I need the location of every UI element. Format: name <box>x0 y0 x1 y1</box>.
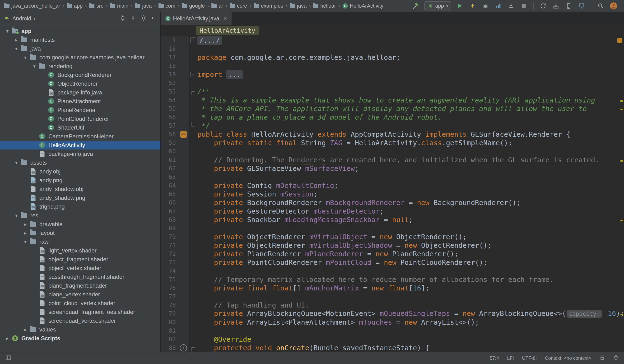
code-line-56[interactable]: 56 * tap on a plane to place a 3d model … <box>161 113 624 122</box>
breadcrumb-item-helloar[interactable]: helloar <box>313 3 336 9</box>
line-number[interactable]: 67 <box>161 207 178 215</box>
line-number[interactable]: 71 <box>161 241 178 250</box>
code-line-59[interactable]: 59 private static final String TAG = Hel… <box>161 139 624 147</box>
line-number[interactable]: 81 <box>161 327 178 335</box>
line-number[interactable]: 69 <box>161 224 178 233</box>
code-line-53[interactable]: 53/** <box>161 87 624 96</box>
tree-item-andy-obj[interactable]: andy.obj <box>0 167 160 176</box>
line-number[interactable]: 68 <box>161 215 178 224</box>
line-number[interactable]: 77 <box>161 292 178 301</box>
warning-stripe-mark[interactable] <box>621 220 623 221</box>
line-number[interactable]: 72 <box>161 250 178 258</box>
line-number[interactable]: 52 <box>161 79 178 87</box>
editor-tab-helloaractivity[interactable]: C HelloArActivity.java × <box>161 12 232 25</box>
code-line-67[interactable]: 67 private GestureDetector mGestureDetec… <box>161 207 624 215</box>
tree-item-layout[interactable]: ▸layout <box>0 229 160 237</box>
line-number[interactable]: 19 <box>161 70 178 79</box>
tree-item-objectrenderer[interactable]: CObjectRenderer <box>0 79 160 88</box>
code-line-77[interactable]: 77 <box>161 292 624 301</box>
tree-item-app[interactable]: ▾app <box>0 26 160 35</box>
tree-item-package-info-java[interactable]: package-info.java <box>0 150 160 158</box>
line-separator[interactable]: LF: <box>507 356 514 361</box>
stop-icon[interactable] <box>520 2 528 10</box>
line-number[interactable]: 16 <box>161 45 178 53</box>
line-number[interactable]: 60 <box>161 147 178 156</box>
code-line-57[interactable]: 57 */ <box>161 122 624 130</box>
expand-arrow-icon[interactable]: ▸ <box>22 230 29 236</box>
line-number[interactable]: 1 <box>161 36 178 45</box>
expand-arrow-icon[interactable]: ▸ <box>4 336 11 341</box>
breadcrumb-current-class[interactable]: HelloArActivity <box>196 26 259 35</box>
sync-project-icon[interactable] <box>539 2 547 10</box>
line-number[interactable]: 80 <box>161 318 178 327</box>
code-line-55[interactable]: 55 * the ARCore API. The application wil… <box>161 104 624 113</box>
tree-item-screenquad-fragment-oes-shader[interactable]: screenquad_fragment_oes.shader <box>0 308 160 316</box>
tree-item-plane-fragment-shader[interactable]: plane_fragment.shader <box>0 281 160 290</box>
code-line-64[interactable]: 64 private Config mDefaultConfig; <box>161 181 624 190</box>
code-line-70[interactable]: 70 private ObjectRenderer mVirtualObject… <box>161 233 624 241</box>
tree-item-backgroundrenderer[interactable]: CBackgroundRenderer <box>0 71 160 79</box>
profiler-icon[interactable] <box>494 2 502 10</box>
attach-debugger-icon[interactable] <box>507 2 515 10</box>
tree-item-object-vertex-shader[interactable]: object_vertex.shader <box>0 264 160 272</box>
line-number[interactable]: 79 <box>161 310 178 318</box>
collapse-arrow-icon[interactable]: ▾ <box>4 28 11 34</box>
tree-item-andy-png[interactable]: andy.png <box>0 176 160 185</box>
line-number[interactable]: 64 <box>161 181 178 190</box>
breadcrumb-item-main[interactable]: main <box>110 3 129 9</box>
expand-arrow-icon[interactable]: ▸ <box>13 37 20 43</box>
collapse-all-icon[interactable] <box>130 15 136 22</box>
warning-stripe-mark[interactable] <box>621 160 623 162</box>
build-hammer-icon[interactable] <box>412 2 420 10</box>
fold-marker-icon[interactable]: + <box>189 36 197 45</box>
overrides-method-gutter-icon[interactable]: ↑ <box>178 344 189 352</box>
expand-arrow-icon[interactable]: ▸ <box>22 327 29 333</box>
code-line-19[interactable]: 19+import ... <box>161 70 624 79</box>
tree-item-planerenderer[interactable]: CPlaneRenderer <box>0 105 160 114</box>
apply-changes-icon[interactable] <box>468 2 477 10</box>
breadcrumb-item-examples[interactable]: examples <box>254 3 283 9</box>
collapse-arrow-icon[interactable]: ▾ <box>31 63 38 69</box>
code-line-54[interactable]: 54 * This is a simple example that shows… <box>161 96 624 104</box>
tree-item-andy-shadow-png[interactable]: andy_shadow.png <box>0 193 160 202</box>
search-everywhere-icon[interactable] <box>597 2 605 10</box>
line-number[interactable]: 62 <box>161 164 178 173</box>
collapse-arrow-icon[interactable]: ▾ <box>13 160 20 166</box>
code-line-79[interactable]: 79 private ArrayBlockingQueue<MotionEven… <box>161 310 624 318</box>
tree-item-rendering[interactable]: ▾rendering <box>0 62 160 71</box>
tree-item-camerapermissionhelper[interactable]: CCameraPermissionHelper <box>0 132 160 141</box>
tree-item-plane-vertex-shader[interactable]: plane_vertex.shader <box>0 290 160 299</box>
sdk-manager-icon[interactable] <box>552 2 560 10</box>
breadcrumb-item-app[interactable]: app <box>67 3 82 9</box>
code-line-61[interactable]: 61 // Rendering. The Renderers are creat… <box>161 156 624 164</box>
code-line-60[interactable]: 60 <box>161 147 624 156</box>
tree-item-object-fragment-shader[interactable]: object_fragment.shader <box>0 255 160 264</box>
run-config-select[interactable]: app ▾ <box>424 1 451 10</box>
project-view-selector[interactable]: Android <box>12 15 31 22</box>
locate-icon[interactable] <box>120 15 126 22</box>
file-encoding[interactable]: UTF-8: <box>522 356 537 361</box>
user-avatar[interactable] <box>609 2 618 10</box>
code-line-82[interactable]: 82 @Override <box>161 335 624 344</box>
tree-item-gradle-scripts[interactable]: ▸GGradle Scripts <box>0 334 160 343</box>
fold-marker-icon[interactable] <box>189 344 197 352</box>
layout-inspector-icon[interactable] <box>577 2 586 10</box>
code-line-17[interactable]: 17package com.google.ar.core.examples.ja… <box>161 53 624 62</box>
line-number[interactable]: 74 <box>161 267 178 275</box>
code-line-75[interactable]: 75 // Temporary matrix allocated here to… <box>161 275 624 284</box>
code-line-58[interactable]: 58<>public class HelloArActivity extends… <box>161 130 624 139</box>
line-number[interactable]: 58 <box>161 130 178 139</box>
code-line-72[interactable]: 72 private PlaneRenderer mPlaneRenderer … <box>161 250 624 258</box>
tree-item-manifests[interactable]: ▸manifests <box>0 35 160 44</box>
breadcrumb-item-java[interactable]: java <box>135 3 152 9</box>
breadcrumb-item-google[interactable]: google <box>182 3 205 9</box>
breadcrumb-item-core[interactable]: core <box>230 3 247 9</box>
settings-gear-icon[interactable] <box>140 15 147 22</box>
tree-item-passthrough-fragment-shader[interactable]: passthrough_fragment.shader <box>0 272 160 281</box>
code-line-68[interactable]: 68 private Snackbar mLoadingMessageSnack… <box>161 215 624 224</box>
code-line-78[interactable]: 78 // Tap handling and UI. <box>161 301 624 310</box>
expand-arrow-icon[interactable]: ▸ <box>22 221 29 227</box>
warning-stripe-mark[interactable] <box>621 100 623 102</box>
line-number[interactable]: 75 <box>161 275 178 284</box>
code-line-66[interactable]: 66 private BackgroundRenderer mBackgroun… <box>161 198 624 207</box>
